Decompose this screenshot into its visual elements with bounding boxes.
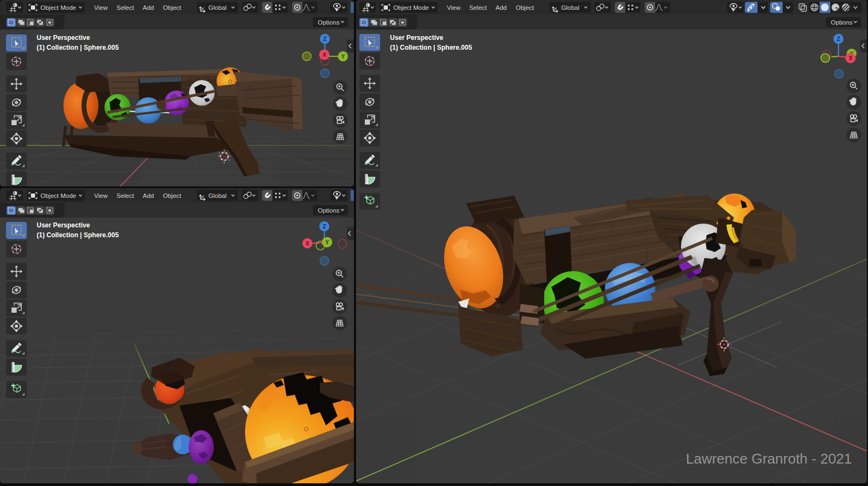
svg-text:Y: Y bbox=[341, 54, 345, 60]
svg-text:User Perspective: User Perspective bbox=[37, 34, 90, 42]
svg-text:(1) Collection | Sphere.005: (1) Collection | Sphere.005 bbox=[37, 44, 119, 51]
svg-text:X: X bbox=[849, 55, 853, 61]
svg-text:X: X bbox=[306, 241, 310, 247]
svg-text:User Perspective: User Perspective bbox=[37, 221, 90, 229]
svg-text:X: X bbox=[323, 52, 327, 58]
svg-text:Z: Z bbox=[323, 36, 327, 42]
svg-text:Lawrence Granroth - 2021: Lawrence Granroth - 2021 bbox=[686, 450, 852, 467]
svg-text:(1) Collection | Sphere.005: (1) Collection | Sphere.005 bbox=[37, 231, 119, 239]
svg-text:Z: Z bbox=[837, 36, 840, 42]
svg-text:User Perspective: User Perspective bbox=[390, 34, 444, 42]
svg-text:Y: Y bbox=[325, 239, 329, 245]
svg-text:Z: Z bbox=[323, 224, 326, 230]
svg-text:(1) Collection | Sphere.005: (1) Collection | Sphere.005 bbox=[390, 44, 472, 51]
